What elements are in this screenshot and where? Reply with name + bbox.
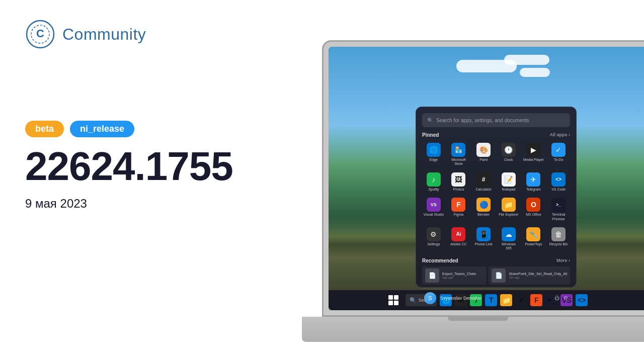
recyclebin-icon: 🗑 [551, 227, 566, 241]
cloud-3 [520, 68, 550, 77]
store-icon: 🏪 [451, 143, 465, 157]
pinned-telegram[interactable]: ✈ Telegram [522, 170, 545, 194]
todo-icon: ✓ [551, 143, 566, 157]
community-logo-icon: C [25, 19, 55, 49]
laptop-container: 🔍 Search for apps, settings, and documen… [302, 40, 644, 342]
logo-area: C Community [25, 19, 146, 49]
phonelink-icon: 📱 [476, 227, 491, 241]
laptop-hinge [448, 317, 508, 321]
pinned-terminal[interactable]: >_ Terminal Preview [547, 196, 570, 223]
more-link[interactable]: More › [556, 258, 570, 263]
search-icon: 🔍 [427, 118, 433, 123]
rec-info-1: Export_Teams_Chats 1дн ago [442, 272, 484, 279]
power-icon[interactable]: ⏻ [554, 295, 559, 301]
blender-icon: 🔵 [476, 198, 491, 212]
pinned-adobecc[interactable]: Ai Adobe CC [447, 225, 470, 253]
pinned-store[interactable]: 🏪 Microsoft Store [447, 141, 470, 168]
user-name: Svyatoslav Demidov [440, 296, 550, 301]
start-button[interactable] [388, 295, 398, 305]
pinned-recyclebin[interactable]: 🗑 Recycle Bin [547, 225, 570, 253]
adobecc-icon: Ai [451, 227, 465, 241]
spotify-icon: ♪ [427, 172, 441, 187]
windows365-icon: ☁ [502, 227, 516, 241]
fileexplorer-icon: 📁 [502, 198, 516, 212]
taskbar-search-icon: 🔍 [410, 297, 417, 304]
powertoys-icon: 🔧 [526, 227, 540, 241]
pinned-spotify[interactable]: ♪ Spotify [422, 170, 445, 194]
msoffice-icon: O [526, 198, 540, 212]
user-actions: ⏻ ⚙ [554, 295, 568, 301]
svg-text:C: C [36, 27, 44, 40]
visualstudio-icon: VS [427, 198, 441, 212]
recommended-section-title: Recommended More › [422, 258, 570, 263]
pinned-edge[interactable]: 🌐 Edge [422, 141, 445, 168]
rec-info-2: SharePoint_Site_Set_Read_Only_All 15ч ag… [509, 272, 567, 279]
laptop-body: 🔍 Search for apps, settings, and documen… [322, 40, 644, 317]
search-placeholder: Search for apps, settings, and documents [436, 118, 529, 123]
taskbar-vscode[interactable]: <> [576, 294, 588, 306]
clock-icon: 🕐 [502, 143, 516, 157]
pinned-mediaplayer[interactable]: ▶ Media Player [522, 141, 545, 168]
pinned-phonelink[interactable]: 📱 Phone Link [472, 225, 495, 253]
build-date: 9 мая 2023 [25, 197, 233, 211]
pinned-powertoys[interactable]: 🔧 PowerToys [522, 225, 545, 253]
photos-icon: 🖼 [451, 172, 465, 187]
pinned-windows365[interactable]: ☁ Windows 365 [497, 225, 520, 253]
release-badge: ni_release [70, 121, 134, 137]
pinned-visualstudio[interactable]: VS Visual Studio [422, 196, 445, 223]
start-user-bar: S Svyatoslav Demidov ⏻ ⚙ [422, 289, 570, 307]
pinned-todo[interactable]: ✓ To Do [547, 141, 570, 168]
pinned-paint[interactable]: 🎨 Paint [472, 141, 495, 168]
recommended-grid: 📄 Export_Teams_Chats 1дн ago 📄 SharePoin… [422, 266, 570, 285]
pinned-notepad[interactable]: 📝 Notepad [497, 170, 520, 194]
notepad-icon: 📝 [502, 172, 516, 187]
pinned-figma[interactable]: F Figma [447, 196, 470, 223]
telegram-icon: ✈ [526, 172, 540, 187]
terminal-icon: >_ [551, 198, 566, 212]
content-area: beta ni_release 22624.1755 9 мая 2023 [25, 121, 233, 211]
pinned-vscode[interactable]: <> VS Code [547, 170, 570, 194]
vscode-icon: <> [551, 172, 566, 187]
pinned-clock[interactable]: 🕐 Clock [497, 141, 520, 168]
laptop-screen: 🔍 Search for apps, settings, and documen… [329, 47, 644, 310]
logo-text: Community [62, 25, 146, 44]
rec-item-2[interactable]: 📄 SharePoint_Site_Set_Read_Only_All 15ч … [489, 266, 570, 285]
start-menu[interactable]: 🔍 Search for apps, settings, and documen… [416, 107, 577, 288]
pinned-section-title: Pinned All apps › [422, 132, 570, 138]
pinned-blender[interactable]: 🔵 Blender [472, 196, 495, 223]
settings-icon: ⚙ [427, 227, 441, 241]
mediaplayer-icon: ▶ [526, 143, 540, 157]
pinned-fileexplorer[interactable]: 📁 File Explorer [497, 196, 520, 223]
rec-icon-1: 📄 [425, 268, 439, 283]
badge-container: beta ni_release [25, 121, 233, 137]
edge-icon: 🌐 [427, 143, 441, 157]
start-search-bar[interactable]: 🔍 Search for apps, settings, and documen… [422, 113, 570, 127]
settings-user-icon[interactable]: ⚙ [564, 295, 568, 301]
calculator-icon: # [476, 172, 491, 187]
rec-item-1[interactable]: 📄 Export_Teams_Chats 1дн ago [422, 266, 487, 285]
paint-icon: 🎨 [476, 143, 491, 157]
pinned-calculator[interactable]: # Calculator [472, 170, 495, 194]
user-avatar: S [424, 292, 436, 304]
pinned-settings[interactable]: ⚙ Settings [422, 225, 445, 253]
build-number: 22624.1755 [25, 146, 233, 187]
laptop-base [302, 317, 644, 342]
all-apps-link[interactable]: All apps › [549, 132, 570, 138]
beta-badge: beta [25, 121, 64, 137]
rec-icon-2: 📄 [492, 268, 506, 283]
pinned-photos[interactable]: 🖼 Photos [447, 170, 470, 194]
cloud-2 [504, 55, 549, 65]
desktop-wallpaper: 🔍 Search for apps, settings, and documen… [329, 47, 644, 310]
pinned-grid: 🌐 Edge 🏪 Microsoft Store 🎨 Paint 🕐 [422, 141, 570, 253]
figma-icon: F [451, 198, 465, 212]
pinned-msoffice[interactable]: O MS Office [522, 196, 545, 223]
